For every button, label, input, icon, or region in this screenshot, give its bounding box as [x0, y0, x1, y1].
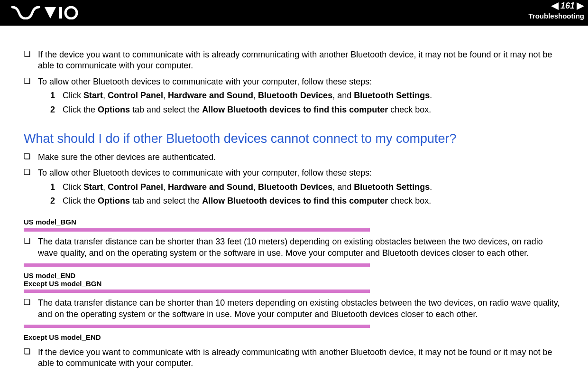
bullet-text: To allow other Bluetooth devices to comm… [38, 76, 564, 121]
bullet-icon: ❏ [24, 298, 38, 320]
step-text: Click Start, Control Panel, Hardware and… [63, 90, 564, 101]
text-bold: Start [83, 182, 103, 192]
text-bold: Bluetooth Settings [354, 91, 430, 100]
divider-bar [24, 325, 370, 328]
text: , and [332, 91, 354, 100]
text: , [103, 91, 108, 100]
bullet-text: The data transfer distance can be shorte… [38, 298, 564, 320]
list-item: 2 Click the Options tab and select the A… [50, 196, 564, 206]
page-content: ❏ If the device you want to communicate … [0, 26, 588, 383]
vaio-logo [11, 6, 78, 19]
svg-point-1 [65, 7, 77, 19]
text-bold: Control Panel [108, 182, 163, 192]
text: Click [63, 91, 83, 100]
text: , [163, 91, 168, 100]
text-bold: Options [98, 105, 130, 114]
list-item: ❏ If the device you want to communicate … [24, 49, 564, 72]
list-item: ❏ Make sure the other devices are authen… [24, 152, 564, 163]
list-item: ❏ The data transfer distance can be shor… [24, 236, 564, 259]
bullet-text: To allow other Bluetooth devices to comm… [38, 168, 564, 212]
text: Click [63, 182, 83, 192]
divider-bar [24, 290, 370, 293]
step-text: Click Start, Control Panel, Hardware and… [63, 182, 564, 193]
bullet-text: Make sure the other devices are authenti… [38, 152, 564, 163]
numbered-list: 1 Click Start, Control Panel, Hardware a… [50, 182, 564, 207]
model-tag-line: Except US model_BGN [24, 280, 564, 288]
header-bar: 161 Troubleshooting [0, 0, 588, 26]
bullet-text: To allow other Bluetooth devices to comm… [38, 168, 372, 177]
bullet-icon: ❏ [24, 49, 38, 72]
svg-rect-0 [59, 7, 62, 19]
text: , [253, 91, 258, 100]
step-text: Click the Options tab and select the All… [63, 196, 564, 206]
list-item: ❏ The data transfer distance can be shor… [24, 298, 564, 320]
bullet-icon: ❏ [24, 152, 38, 163]
step-number: 1 [50, 182, 63, 193]
text: , and [332, 182, 354, 192]
numbered-list: 1 Click Start, Control Panel, Hardware a… [50, 90, 564, 115]
model-tag-line: US model_END [24, 271, 564, 280]
page-number: 161 [560, 1, 575, 11]
bullet-text: If the device you want to communicate wi… [38, 347, 564, 369]
text: , [253, 182, 258, 192]
list-item: ❏ If the device you want to communicate … [24, 347, 564, 369]
model-tag: US model_BGN [24, 217, 564, 227]
list-item: 2 Click the Options tab and select the A… [50, 104, 564, 115]
text: tab and select the [130, 196, 202, 206]
prev-page-arrow-icon[interactable] [551, 2, 559, 10]
model-tag: Except US model_END [24, 333, 564, 342]
divider-bar [24, 228, 370, 232]
bullet-text: If the device you want to communicate wi… [38, 49, 564, 72]
text: . [430, 182, 432, 192]
page-nav: 161 [529, 1, 585, 11]
header-right: 161 Troubleshooting [529, 1, 585, 20]
text: check box. [388, 196, 431, 206]
bullet-icon: ❏ [24, 236, 38, 259]
text: Click the [63, 105, 98, 114]
next-page-arrow-icon[interactable] [577, 2, 584, 10]
text-bold: Allow Bluetooth devices to find this com… [202, 105, 388, 114]
text-bold: Hardware and Sound [168, 182, 253, 192]
list-item: ❏ To allow other Bluetooth devices to co… [24, 168, 564, 212]
text: check box. [388, 105, 431, 114]
text-bold: Options [98, 196, 130, 206]
divider-bar [24, 263, 370, 267]
text: , [163, 182, 168, 192]
bullet-text: To allow other Bluetooth devices to comm… [38, 77, 372, 86]
bullet-icon: ❏ [24, 76, 38, 121]
text-bold: Control Panel [108, 91, 163, 100]
bullet-icon: ❏ [24, 347, 38, 369]
text-bold: Start [83, 91, 103, 100]
text-bold: Hardware and Sound [168, 91, 253, 100]
text: , [103, 182, 108, 192]
text: . [430, 91, 432, 100]
list-item: 1 Click Start, Control Panel, Hardware a… [50, 182, 564, 193]
bullet-icon: ❏ [24, 168, 38, 212]
text: tab and select the [130, 105, 202, 114]
step-number: 2 [50, 104, 63, 115]
text-bold: Allow Bluetooth devices to find this com… [202, 196, 388, 206]
step-number: 2 [50, 196, 63, 206]
step-text: Click the Options tab and select the All… [63, 104, 564, 115]
text: Click the [63, 196, 98, 206]
list-item: 1 Click Start, Control Panel, Hardware a… [50, 90, 564, 101]
step-number: 1 [50, 90, 63, 101]
list-item: ❏ To allow other Bluetooth devices to co… [24, 76, 564, 121]
section-label: Troubleshooting [529, 12, 585, 20]
section-heading: What should I do if other Bluetooth devi… [24, 131, 564, 147]
bullet-text: The data transfer distance can be shorte… [38, 236, 564, 259]
model-tag: US model_END Except US model_BGN [24, 271, 564, 288]
text-bold: Bluetooth Settings [354, 182, 430, 192]
text-bold: Bluetooth Devices [258, 182, 332, 192]
text-bold: Bluetooth Devices [258, 91, 332, 100]
